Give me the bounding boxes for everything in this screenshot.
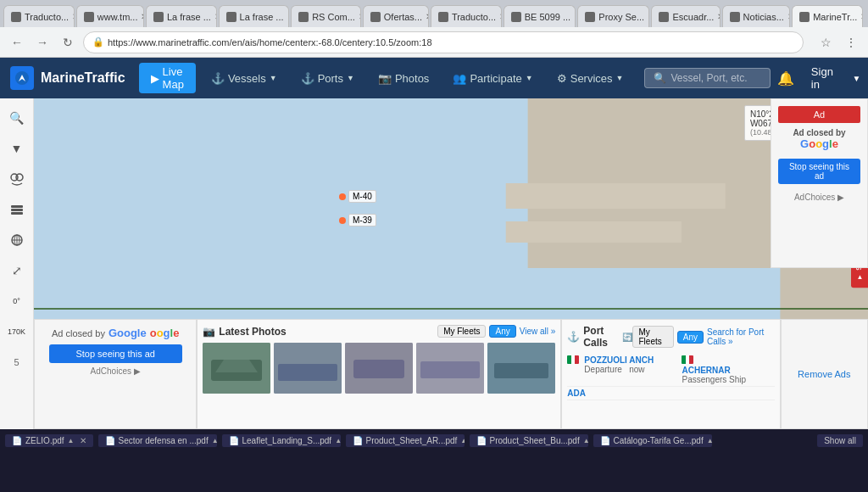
browser-tab[interactable]: Traducto...✕ — [431, 5, 502, 27]
vessel-m39[interactable]: M-39 — [339, 214, 376, 226]
back-button[interactable]: ← — [7, 32, 27, 53]
my-fleets-button[interactable]: My Fleets — [437, 325, 486, 338]
photo-thumb-2[interactable] — [274, 343, 342, 394]
portcall-info-achernar: ACHERNAR Passengers Ship — [682, 355, 774, 384]
nav-chevron-icon: ▼ — [526, 74, 533, 82]
remove-ads-label[interactable]: Remove Ads — [798, 369, 850, 379]
browser-tab[interactable]: MarineTr...✕ — [792, 5, 863, 27]
show-all-button[interactable]: Show all — [817, 434, 863, 447]
taskbar-item[interactable]: 📄ZELIO.pdf▲✕ — [5, 434, 93, 447]
taskbar-item[interactable]: 📄Leaflet_Landing_S...pdf▲✕ — [222, 434, 341, 447]
file-icon: 📄 — [353, 436, 363, 445]
forward-button[interactable]: → — [32, 32, 53, 53]
tab-label: Proxy Se... — [598, 12, 644, 22]
tab-close-button[interactable]: ✕ — [141, 12, 143, 21]
bookmark-button[interactable]: ☆ — [815, 32, 836, 53]
sidebar-network-button[interactable] — [4, 227, 30, 253]
taskbar-chevron-icon: ▲ — [335, 437, 340, 444]
nav-item-services[interactable]: ⚙Services▼ — [545, 58, 636, 98]
tab-favicon — [659, 12, 669, 22]
ad-bottom-closed-text: Ad closed by — [52, 328, 105, 338]
browser-tab[interactable]: Proxy Se...✕ — [577, 5, 649, 27]
refresh-icon[interactable]: 🔄 — [622, 333, 632, 342]
tab-close-button[interactable]: ✕ — [426, 12, 429, 21]
tab-label: www.tm... — [97, 12, 138, 22]
nav-chevron-icon: ▼ — [616, 74, 624, 82]
taskbar-item[interactable]: 📄Catálogo-Tarifa Ge...pdf▲✕ — [593, 434, 712, 447]
sidebar-view-button[interactable]: 170K — [4, 319, 30, 344]
settings-button[interactable]: ⋮ — [841, 32, 861, 53]
browser-tab[interactable]: Ofertas...✕ — [363, 5, 429, 27]
browser-tab[interactable]: RS Com...✕ — [291, 5, 361, 27]
pc-search-link[interactable]: Search for Port Calls » — [707, 327, 775, 346]
vessel-m40[interactable]: M-40 — [339, 190, 376, 203]
nav-item-ports[interactable]: ⚓Ports▼ — [289, 58, 366, 98]
ad-bottom-stop-button[interactable]: Stop seeing this ad — [49, 344, 182, 363]
nav-item-photos[interactable]: 📷Photos — [366, 58, 441, 98]
search-box[interactable]: 🔍 Vessel, Port, etc. — [644, 68, 771, 88]
file-icon: 📄 — [12, 436, 22, 445]
browser-tab[interactable]: Traducto...✕ — [3, 5, 75, 27]
tab-close-button[interactable]: ✕ — [787, 12, 790, 21]
tab-close-button[interactable]: ✕ — [648, 12, 649, 21]
taskbar-item[interactable]: 📄Sector defensa en ...pdf▲✕ — [98, 434, 217, 447]
svg-rect-3 — [11, 205, 23, 208]
tab-close-button[interactable]: ✕ — [860, 12, 863, 21]
sign-in-button[interactable]: Sign in — [801, 65, 853, 91]
photo-thumb-3[interactable] — [345, 343, 413, 394]
address-input[interactable]: 🔒 https://www.marinetraffic.com/en/ais/h… — [83, 31, 804, 53]
photo-thumb-1[interactable] — [203, 343, 270, 394]
tab-close-button[interactable]: ✕ — [359, 12, 361, 21]
photo-thumb-5[interactable] — [487, 343, 555, 394]
taskbar-label: Sector defensa en ...pdf — [119, 436, 209, 445]
portcalls-header: ⚓ Port Calls 🔄 My Fleets Any Search for … — [567, 325, 774, 349]
taskbar-item[interactable]: 📄Product_Sheet_AR...pdf▲✕ — [346, 434, 465, 447]
pc-my-fleets-button[interactable]: My Fleets — [632, 326, 673, 348]
refresh-button[interactable]: ↻ — [58, 32, 78, 53]
sidebar-zoom-button[interactable]: 0° — [4, 288, 30, 314]
browser-tab[interactable]: BE 5099 ...✕ — [504, 5, 576, 27]
tab-favicon — [226, 12, 236, 22]
map-area[interactable]: N10°28'52.08 W067°59'31.22 (10.4811, -06… — [34, 98, 868, 429]
view-all-link[interactable]: View all » — [520, 327, 556, 336]
ad-top-closed: Ad closed byGoogle — [793, 128, 845, 150]
nav-item-live-map[interactable]: ▶Live Map — [139, 63, 196, 93]
tab-favicon — [370, 12, 381, 22]
nav-item-vessels[interactable]: ⚓Vessels▼ — [199, 58, 289, 98]
tab-close-button[interactable]: ✕ — [574, 12, 576, 21]
photo-thumb-4[interactable] — [416, 343, 484, 394]
tab-close-button[interactable]: ✕ — [72, 12, 75, 21]
tab-close-button[interactable]: ✕ — [214, 12, 217, 21]
taskbar-chevron-icon: ▲ — [68, 437, 75, 444]
tab-close-button[interactable]: ✕ — [287, 12, 290, 21]
ad-top-stop-button[interactable]: Stop seeing this ad — [778, 159, 860, 184]
taskbar-item[interactable]: 📄Product_Sheet_Bu...pdf▲✕ — [470, 434, 588, 447]
taskbar-close-button[interactable]: ✕ — [80, 436, 86, 445]
portcall-name-1[interactable]: POZZUOLI ANCH — [584, 355, 676, 365]
sidebar-filter-button[interactable]: ▼ — [4, 136, 30, 161]
sidebar-search-button[interactable]: 🔍 — [4, 105, 30, 131]
pc-any-button[interactable]: Any — [677, 331, 704, 344]
browser-tab[interactable]: www.tm...✕ — [76, 5, 144, 27]
svg-rect-5 — [11, 212, 23, 215]
vessel-label: M-40 — [348, 190, 376, 203]
lock-icon: 🔒 — [92, 36, 104, 48]
portcall-name-ada[interactable]: ADA — [567, 389, 774, 398]
file-icon: 📄 — [476, 436, 487, 445]
portcalls-actions: My Fleets Any Search for Port Calls » — [632, 326, 774, 348]
ad-bottom-adchoices: AdChoices ▶ — [91, 366, 141, 376]
tab-close-button[interactable]: ✕ — [717, 12, 720, 21]
browser-tab[interactable]: La frase ...✕ — [219, 5, 290, 27]
nav-item-participate[interactable]: 👥Participate▼ — [441, 58, 544, 98]
sidebar-group-button[interactable] — [4, 166, 30, 192]
browser-tab[interactable]: Escuadr...✕ — [651, 5, 720, 27]
tab-close-button[interactable]: ✕ — [499, 12, 502, 21]
browser-tab[interactable]: Noticias...✕ — [722, 5, 791, 27]
browser-tab[interactable]: La frase ...✕ — [146, 5, 217, 27]
portcall-name-achernar[interactable]: ACHERNAR — [682, 366, 774, 375]
any-button[interactable]: Any — [489, 325, 515, 338]
sidebar-layers-button[interactable] — [4, 197, 30, 222]
svg-rect-27 — [353, 360, 404, 378]
notification-icon[interactable]: 🔔 — [777, 70, 794, 87]
sidebar-expand-button[interactable]: ⤢ — [4, 258, 30, 283]
